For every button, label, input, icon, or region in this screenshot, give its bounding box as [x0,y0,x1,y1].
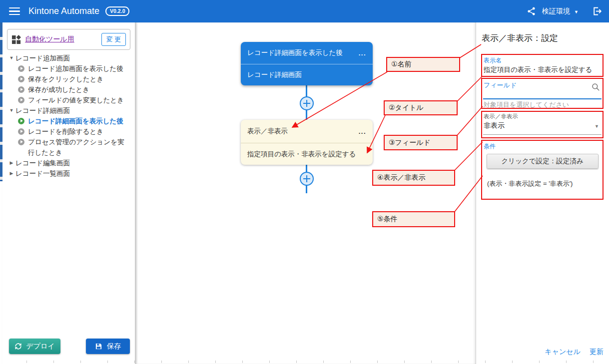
node-header: レコード詳細画面を表示した後 ... [241,42,373,64]
save-button[interactable]: 保存 [86,339,130,354]
event-play-icon [18,65,24,72]
share-icon[interactable] [527,6,536,16]
panel-title: 表示／非表示：設定 [482,32,558,44]
tree-item-label[interactable]: フィールドの値を変更したとき [28,95,124,105]
annotation-title: ②タイトル [384,100,458,115]
tree-group-label[interactable]: レコード編集画面 [15,158,70,168]
add-step-icon[interactable] [300,96,314,110]
sync-icon [14,343,22,350]
visibility-selected-value[interactable]: 非表示 [484,121,603,130]
deploy-button-label: デプロイ [26,342,54,351]
version-badge: V0.2.0 [105,6,129,16]
condition-label: 条件 [484,142,603,151]
caret-down-icon[interactable]: ▼ [7,105,15,116]
app-window: Kintone Automate V0.2.0 検証環境 ▼ 自動化ツール用 変… [0,0,609,364]
field-helper-text: 対象項目を選択してください [484,100,569,109]
caret-down-icon[interactable]: ▼ [7,53,15,63]
node-header: 表示／非表示 ... [241,120,373,143]
flow-node-trigger[interactable]: レコード詳細画面を表示した後 ... レコード詳細画面 [241,42,373,85]
field-section: フィールド 対象項目を選択してください [481,78,604,109]
event-play-icon [18,128,24,135]
event-tree: ▼ レコード追加画面 レコード追加画面を表示した後 保存をクリックしたとき 保存… [5,53,131,179]
floppy-save-icon [95,343,102,350]
event-play-icon [18,86,24,93]
node-title: レコード詳細画面を表示した後 [247,48,343,57]
annotation-label: ③フィールド [389,138,431,147]
event-play-icon [18,76,24,82]
change-app-button[interactable]: 変更 [101,33,126,46]
annotation-label: ⑤条件 [377,215,398,224]
tree-item[interactable]: レコード追加画面を表示した後 [5,63,131,74]
left-edge-strip [0,22,2,181]
app-name-link[interactable]: 自動化ツール用 [25,35,74,44]
tree-item[interactable]: 保存をクリックしたとき [5,74,131,84]
node-subtitle: 指定項目の表示・非表示を設定する [247,150,356,159]
visibility-select-section[interactable]: 表示／非表示 非表示 ▼ [481,111,604,138]
tree-item-label[interactable]: 保存が成功したとき [28,84,89,95]
display-name-section: 表示名 指定項目の表示・非表示を設定する [481,54,604,77]
annotation-label: ①名前 [391,60,412,69]
event-play-icon-active [18,118,24,124]
flow-node-action[interactable]: 表示／非表示 ... 指定項目の表示・非表示を設定する [241,120,373,165]
save-button-label: 保存 [107,342,121,351]
annotation-condition: ⑤条件 [372,211,455,227]
hamburger-menu-icon[interactable] [9,5,20,17]
search-icon[interactable] [591,82,600,93]
tree-item-label[interactable]: 保存をクリックしたとき [28,74,103,84]
tree-group-record-detail[interactable]: ▼ レコード詳細画面 [5,105,131,116]
display-name-label: 表示名 [484,56,603,65]
tree-group-record-edit[interactable]: ▶ レコード編集画面 [5,158,131,168]
tree-item-label[interactable]: レコードを削除するとき [28,126,103,137]
tree-group-record-list[interactable]: ▶ レコード一覧画面 [5,168,131,179]
node-menu-icon[interactable]: ... [359,128,366,135]
node-body: 指定項目の表示・非表示を設定する [241,143,373,165]
tree-item-label[interactable]: レコード追加画面を表示した後 [28,63,123,74]
tree-item[interactable]: フィールドの値を変更したとき [5,95,131,105]
annotation-label: ②タイトル [389,103,424,112]
event-play-icon [18,139,24,145]
caret-right-icon[interactable]: ▶ [7,158,15,168]
node-menu-icon[interactable]: ... [359,49,366,57]
caret-right-icon[interactable]: ▶ [7,168,15,179]
tree-item-label[interactable]: プロセス管理のアクションを実行したとき [28,137,125,158]
display-name-value[interactable]: 指定項目の表示・非表示を設定する [484,65,603,74]
deploy-button[interactable]: デプロイ [9,339,60,354]
app-header: Kintone Automate V0.2.0 検証環境 ▼ [0,0,609,22]
tree-group-label[interactable]: レコード一覧画面 [15,168,70,179]
select-underline [483,134,602,135]
app-selector: 自動化ツール用 変更 [7,29,130,50]
visibility-label: 表示／非表示 [484,113,603,120]
condition-set-button[interactable]: クリックで設定：設定済み [487,154,599,169]
tree-group-record-add[interactable]: ▼ レコード追加画面 [5,53,131,63]
environment-selector[interactable]: 検証環境 [542,7,570,16]
tree-group-label[interactable]: レコード詳細画面 [15,105,70,116]
caret-down-icon[interactable]: ▼ [574,9,579,14]
tree-item[interactable]: 保存が成功したとき [5,84,131,95]
annotation-visibility: ④表示／非表示 [372,170,455,186]
add-step-icon[interactable] [300,172,314,186]
condition-section: 条件 クリックで設定：設定済み (表示・非表示設定 = '非表示') [481,140,604,200]
node-title: 表示／非表示 [247,127,288,136]
header-right: 検証環境 ▼ [527,6,602,16]
annotation-field: ③フィールド [384,135,458,150]
annotation-name: ①名前 [386,57,460,72]
annotation-label: ④表示／非表示 [377,173,426,182]
cancel-link[interactable]: キャンセル [545,348,581,357]
event-play-icon [18,97,24,103]
logout-icon[interactable] [592,6,602,16]
tree-item-selected[interactable]: レコード詳細画面を表示した後 [5,116,131,126]
tree-group-label[interactable]: レコード追加画面 [15,53,70,63]
input-focus-underline [483,98,602,99]
tree-item[interactable]: プロセス管理のアクションを実行したとき [5,137,131,158]
app-icon [11,35,21,44]
dropdown-caret-icon[interactable]: ▼ [595,124,599,129]
condition-summary: (表示・非表示設定 = '非表示') [487,179,603,188]
node-body: レコード詳細画面 [241,64,373,85]
sidebar: 自動化ツール用 変更 ▼ レコード追加画面 レコード追加画面を表示した後 保存を… [2,22,135,364]
tree-item[interactable]: レコードを削除するとき [5,126,131,137]
field-search-input[interactable] [484,88,586,99]
app-title: Kintone Automate [28,6,99,16]
node-subtitle: レコード詳細画面 [247,70,302,79]
update-link[interactable]: 更新 [590,348,604,357]
tree-item-label[interactable]: レコード詳細画面を表示した後 [28,116,123,126]
